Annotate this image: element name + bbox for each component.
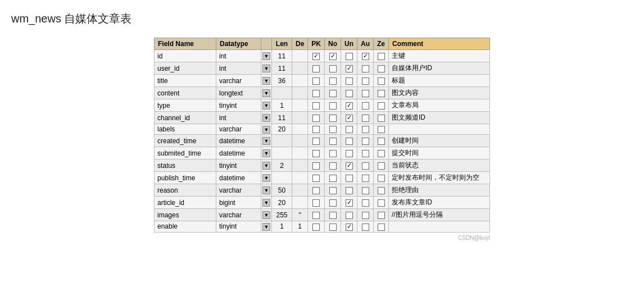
cell-ze[interactable] xyxy=(374,62,389,75)
cell-no[interactable] xyxy=(325,184,341,197)
cell-ze-checkbox[interactable] xyxy=(378,175,385,182)
cell-un-checkbox[interactable] xyxy=(346,126,353,133)
cell-ze-checkbox[interactable] xyxy=(378,224,385,231)
cell-au[interactable] xyxy=(357,50,374,62)
cell-no-checkbox[interactable] xyxy=(329,162,337,170)
cell-un[interactable] xyxy=(341,75,357,87)
cell-ze[interactable] xyxy=(374,209,389,221)
dropdown-arrow-icon[interactable]: ▼ xyxy=(262,199,270,207)
cell-ze-checkbox[interactable] xyxy=(378,65,385,72)
cell-un-checkbox[interactable] xyxy=(346,187,353,194)
cell-no-checkbox[interactable] xyxy=(329,115,337,122)
cell-no[interactable] xyxy=(325,147,341,160)
cell-ze[interactable] xyxy=(374,221,389,232)
cell-au-checkbox[interactable] xyxy=(362,175,369,182)
cell-ze[interactable] xyxy=(374,99,389,112)
cell-au[interactable] xyxy=(357,75,374,87)
dropdown-arrow-icon[interactable]: ▼ xyxy=(262,77,270,85)
cell-pk-checkbox[interactable] xyxy=(312,115,320,122)
cell-no-checkbox[interactable] xyxy=(329,65,337,72)
cell-au[interactable] xyxy=(357,147,374,160)
cell-un[interactable] xyxy=(341,184,357,197)
dropdown-arrow-icon[interactable]: ▼ xyxy=(262,102,270,110)
cell-ze-checkbox[interactable] xyxy=(378,115,385,122)
cell-no-checkbox[interactable] xyxy=(329,175,337,182)
cell-ze-checkbox[interactable] xyxy=(378,162,385,170)
cell-pk-checkbox[interactable] xyxy=(312,187,320,194)
cell-un[interactable] xyxy=(341,50,357,62)
cell-au[interactable] xyxy=(357,99,374,112)
cell-pk[interactable] xyxy=(308,112,325,124)
cell-au-checkbox[interactable] xyxy=(362,138,369,145)
cell-un-checkbox[interactable] xyxy=(346,65,353,72)
cell-pk[interactable] xyxy=(308,209,325,221)
cell-no[interactable] xyxy=(325,62,341,75)
dropdown-arrow-icon[interactable]: ▼ xyxy=(262,65,270,72)
dropdown-arrow-icon[interactable]: ▼ xyxy=(262,223,270,231)
cell-au-checkbox[interactable] xyxy=(362,212,369,219)
cell-no[interactable] xyxy=(325,197,341,209)
cell-arrow[interactable]: ▼ xyxy=(261,184,271,197)
cell-au-checkbox[interactable] xyxy=(362,199,369,207)
cell-au-checkbox[interactable] xyxy=(362,224,369,231)
cell-pk[interactable] xyxy=(308,62,325,75)
cell-no[interactable] xyxy=(325,135,341,147)
cell-no[interactable] xyxy=(325,112,341,124)
dropdown-arrow-icon[interactable]: ▼ xyxy=(262,162,270,170)
cell-no-checkbox[interactable] xyxy=(329,199,337,207)
cell-no-checkbox[interactable] xyxy=(329,212,337,219)
cell-arrow[interactable]: ▼ xyxy=(261,75,271,87)
cell-un[interactable] xyxy=(341,124,357,135)
cell-pk-checkbox[interactable] xyxy=(312,138,320,145)
cell-un-checkbox[interactable] xyxy=(346,224,353,231)
cell-ze[interactable] xyxy=(374,147,389,160)
cell-un[interactable] xyxy=(341,135,357,147)
cell-no[interactable] xyxy=(325,99,341,112)
cell-pk-checkbox[interactable] xyxy=(312,90,320,97)
cell-un-checkbox[interactable] xyxy=(346,102,353,110)
cell-ze-checkbox[interactable] xyxy=(378,187,385,194)
cell-un[interactable] xyxy=(341,221,357,232)
cell-un-checkbox[interactable] xyxy=(346,115,353,122)
cell-arrow[interactable]: ▼ xyxy=(261,147,271,160)
cell-no-checkbox[interactable] xyxy=(329,53,337,60)
cell-no-checkbox[interactable] xyxy=(329,150,337,157)
cell-arrow[interactable]: ▼ xyxy=(261,160,271,172)
cell-pk[interactable] xyxy=(308,87,325,99)
cell-ze-checkbox[interactable] xyxy=(378,53,385,60)
cell-au[interactable] xyxy=(357,221,374,232)
cell-no[interactable] xyxy=(325,50,341,62)
cell-ze[interactable] xyxy=(374,50,389,62)
cell-ze[interactable] xyxy=(374,112,389,124)
cell-arrow[interactable]: ▼ xyxy=(261,112,271,124)
cell-au[interactable] xyxy=(357,62,374,75)
cell-pk-checkbox[interactable] xyxy=(312,53,320,60)
cell-ze-checkbox[interactable] xyxy=(378,150,385,157)
cell-pk-checkbox[interactable] xyxy=(312,175,320,182)
cell-au[interactable] xyxy=(357,197,374,209)
dropdown-arrow-icon[interactable]: ▼ xyxy=(262,149,270,157)
cell-no-checkbox[interactable] xyxy=(329,102,337,110)
cell-pk-checkbox[interactable] xyxy=(312,212,320,219)
cell-arrow[interactable]: ▼ xyxy=(261,124,271,135)
cell-pk[interactable] xyxy=(308,160,325,172)
cell-pk-checkbox[interactable] xyxy=(312,102,320,110)
cell-pk-checkbox[interactable] xyxy=(312,78,320,85)
cell-un[interactable] xyxy=(341,87,357,99)
dropdown-arrow-icon[interactable]: ▼ xyxy=(262,89,270,97)
cell-un-checkbox[interactable] xyxy=(346,53,353,60)
cell-no-checkbox[interactable] xyxy=(329,224,337,231)
cell-no-checkbox[interactable] xyxy=(329,78,337,85)
dropdown-arrow-icon[interactable]: ▼ xyxy=(262,211,270,219)
dropdown-arrow-icon[interactable]: ▼ xyxy=(262,114,270,122)
cell-ze-checkbox[interactable] xyxy=(378,90,385,97)
cell-no[interactable] xyxy=(325,75,341,87)
cell-ze[interactable] xyxy=(374,184,389,197)
cell-un[interactable] xyxy=(341,209,357,221)
cell-au[interactable] xyxy=(357,172,374,184)
cell-ze-checkbox[interactable] xyxy=(378,126,385,133)
cell-ze[interactable] xyxy=(374,135,389,147)
cell-ze[interactable] xyxy=(374,160,389,172)
cell-au-checkbox[interactable] xyxy=(362,65,369,72)
cell-pk-checkbox[interactable] xyxy=(312,199,320,207)
